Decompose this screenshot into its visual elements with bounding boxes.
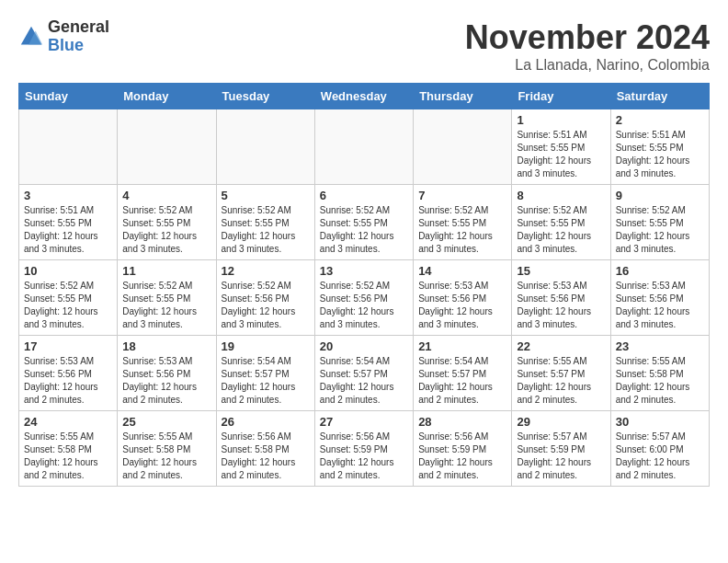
day-number: 25 — [122, 415, 210, 429]
calendar-cell: 5Sunrise: 5:52 AM Sunset: 5:55 PM Daylig… — [216, 185, 314, 260]
calendar-cell: 7Sunrise: 5:52 AM Sunset: 5:55 PM Daylig… — [414, 185, 512, 260]
calendar-cell — [118, 109, 216, 185]
month-title: November 2024 — [465, 18, 710, 57]
calendar-cell: 9Sunrise: 5:52 AM Sunset: 5:55 PM Daylig… — [610, 185, 709, 260]
day-number: 11 — [122, 264, 210, 278]
calendar-cell — [19, 109, 118, 185]
calendar-cell: 1Sunrise: 5:51 AM Sunset: 5:55 PM Daylig… — [512, 109, 610, 185]
calendar-cell — [314, 109, 413, 185]
calendar-cell: 24Sunrise: 5:55 AM Sunset: 5:58 PM Dayli… — [19, 411, 118, 487]
day-number: 29 — [517, 415, 605, 429]
day-number: 18 — [122, 339, 210, 353]
calendar-cell: 6Sunrise: 5:52 AM Sunset: 5:55 PM Daylig… — [314, 185, 413, 260]
day-info: Sunrise: 5:52 AM Sunset: 5:55 PM Dayligh… — [222, 204, 310, 256]
calendar-cell: 30Sunrise: 5:57 AM Sunset: 6:00 PM Dayli… — [610, 411, 709, 487]
day-number: 30 — [616, 415, 704, 429]
day-info: Sunrise: 5:55 AM Sunset: 5:57 PM Dayligh… — [517, 355, 605, 407]
weekday-header-friday: Friday — [512, 84, 610, 109]
day-info: Sunrise: 5:52 AM Sunset: 5:55 PM Dayligh… — [320, 204, 408, 256]
day-info: Sunrise: 5:52 AM Sunset: 5:55 PM Dayligh… — [616, 204, 704, 256]
day-number: 24 — [24, 415, 112, 429]
day-info: Sunrise: 5:54 AM Sunset: 5:57 PM Dayligh… — [222, 355, 310, 407]
day-info: Sunrise: 5:57 AM Sunset: 6:00 PM Dayligh… — [616, 431, 704, 482]
calendar-cell: 29Sunrise: 5:57 AM Sunset: 5:59 PM Dayli… — [512, 411, 610, 487]
calendar-cell: 23Sunrise: 5:55 AM Sunset: 5:58 PM Dayli… — [610, 336, 709, 411]
day-number: 8 — [517, 189, 605, 202]
calendar-cell: 27Sunrise: 5:56 AM Sunset: 5:59 PM Dayli… — [314, 411, 413, 487]
weekday-header-monday: Monday — [118, 84, 216, 109]
week-row-3: 17Sunrise: 5:53 AM Sunset: 5:56 PM Dayli… — [19, 336, 710, 411]
day-info: Sunrise: 5:56 AM Sunset: 5:59 PM Dayligh… — [418, 431, 506, 482]
logo-icon — [18, 24, 44, 50]
day-number: 13 — [320, 264, 408, 278]
location: La Llanada, Narino, Colombia — [465, 57, 710, 74]
weekday-header-sunday: Sunday — [19, 84, 118, 109]
day-info: Sunrise: 5:53 AM Sunset: 5:56 PM Dayligh… — [122, 355, 210, 407]
calendar-cell: 20Sunrise: 5:54 AM Sunset: 5:57 PM Dayli… — [314, 336, 413, 411]
day-number: 22 — [517, 339, 605, 353]
day-info: Sunrise: 5:57 AM Sunset: 5:59 PM Dayligh… — [517, 431, 605, 482]
day-info: Sunrise: 5:51 AM Sunset: 5:55 PM Dayligh… — [616, 129, 704, 180]
calendar-cell: 21Sunrise: 5:54 AM Sunset: 5:57 PM Dayli… — [414, 336, 512, 411]
day-info: Sunrise: 5:52 AM Sunset: 5:56 PM Dayligh… — [320, 280, 408, 331]
day-info: Sunrise: 5:52 AM Sunset: 5:56 PM Dayligh… — [222, 280, 310, 331]
day-number: 26 — [222, 415, 310, 429]
day-number: 19 — [222, 339, 310, 353]
day-number: 1 — [517, 113, 605, 127]
week-row-4: 24Sunrise: 5:55 AM Sunset: 5:58 PM Dayli… — [19, 411, 710, 487]
title-area: November 2024 La Llanada, Narino, Colomb… — [465, 18, 710, 74]
calendar-cell — [216, 109, 314, 185]
logo-general-text: General — [48, 18, 109, 37]
calendar-cell: 18Sunrise: 5:53 AM Sunset: 5:56 PM Dayli… — [118, 336, 216, 411]
day-info: Sunrise: 5:52 AM Sunset: 5:55 PM Dayligh… — [517, 204, 605, 256]
day-number: 15 — [517, 264, 605, 278]
day-number: 14 — [418, 264, 506, 278]
day-info: Sunrise: 5:52 AM Sunset: 5:55 PM Dayligh… — [24, 280, 112, 331]
day-info: Sunrise: 5:55 AM Sunset: 5:58 PM Dayligh… — [616, 355, 704, 407]
logo-blue-text: Blue — [48, 37, 109, 55]
calendar-cell: 3Sunrise: 5:51 AM Sunset: 5:55 PM Daylig… — [19, 185, 118, 260]
weekday-header-wednesday: Wednesday — [314, 84, 413, 109]
calendar-cell: 28Sunrise: 5:56 AM Sunset: 5:59 PM Dayli… — [414, 411, 512, 487]
calendar-cell: 14Sunrise: 5:53 AM Sunset: 5:56 PM Dayli… — [414, 260, 512, 336]
week-row-1: 3Sunrise: 5:51 AM Sunset: 5:55 PM Daylig… — [19, 185, 710, 260]
day-info: Sunrise: 5:53 AM Sunset: 5:56 PM Dayligh… — [24, 355, 112, 407]
day-number: 16 — [616, 264, 704, 278]
weekday-header-tuesday: Tuesday — [216, 84, 314, 109]
day-number: 10 — [24, 264, 112, 278]
day-info: Sunrise: 5:52 AM Sunset: 5:55 PM Dayligh… — [418, 204, 506, 256]
day-number: 21 — [418, 339, 506, 353]
calendar-table: SundayMondayTuesdayWednesdayThursdayFrid… — [18, 83, 710, 487]
day-info: Sunrise: 5:53 AM Sunset: 5:56 PM Dayligh… — [517, 280, 605, 331]
day-number: 12 — [222, 264, 310, 278]
calendar-cell: 17Sunrise: 5:53 AM Sunset: 5:56 PM Dayli… — [19, 336, 118, 411]
calendar-cell: 13Sunrise: 5:52 AM Sunset: 5:56 PM Dayli… — [314, 260, 413, 336]
day-number: 20 — [320, 339, 408, 353]
calendar-cell: 8Sunrise: 5:52 AM Sunset: 5:55 PM Daylig… — [512, 185, 610, 260]
day-number: 17 — [24, 339, 112, 353]
calendar-cell — [414, 109, 512, 185]
day-number: 2 — [616, 113, 704, 127]
calendar-cell: 16Sunrise: 5:53 AM Sunset: 5:56 PM Dayli… — [610, 260, 709, 336]
calendar-cell: 22Sunrise: 5:55 AM Sunset: 5:57 PM Dayli… — [512, 336, 610, 411]
calendar-cell: 25Sunrise: 5:55 AM Sunset: 5:58 PM Dayli… — [118, 411, 216, 487]
day-number: 7 — [418, 189, 506, 202]
day-info: Sunrise: 5:54 AM Sunset: 5:57 PM Dayligh… — [418, 355, 506, 407]
calendar-cell: 26Sunrise: 5:56 AM Sunset: 5:58 PM Dayli… — [216, 411, 314, 487]
logo: General Blue — [18, 18, 109, 55]
day-number: 28 — [418, 415, 506, 429]
weekday-header-saturday: Saturday — [610, 84, 709, 109]
day-number: 27 — [320, 415, 408, 429]
day-info: Sunrise: 5:56 AM Sunset: 5:58 PM Dayligh… — [222, 431, 310, 482]
week-row-2: 10Sunrise: 5:52 AM Sunset: 5:55 PM Dayli… — [19, 260, 710, 336]
calendar-cell: 19Sunrise: 5:54 AM Sunset: 5:57 PM Dayli… — [216, 336, 314, 411]
calendar-cell: 10Sunrise: 5:52 AM Sunset: 5:55 PM Dayli… — [19, 260, 118, 336]
day-info: Sunrise: 5:52 AM Sunset: 5:55 PM Dayligh… — [122, 204, 210, 256]
header: General Blue November 2024 La Llanada, N… — [18, 18, 710, 74]
day-info: Sunrise: 5:52 AM Sunset: 5:55 PM Dayligh… — [122, 280, 210, 331]
day-number: 6 — [320, 189, 408, 202]
day-info: Sunrise: 5:53 AM Sunset: 5:56 PM Dayligh… — [616, 280, 704, 331]
calendar-cell: 12Sunrise: 5:52 AM Sunset: 5:56 PM Dayli… — [216, 260, 314, 336]
week-row-0: 1Sunrise: 5:51 AM Sunset: 5:55 PM Daylig… — [19, 109, 710, 185]
day-number: 5 — [222, 189, 310, 202]
